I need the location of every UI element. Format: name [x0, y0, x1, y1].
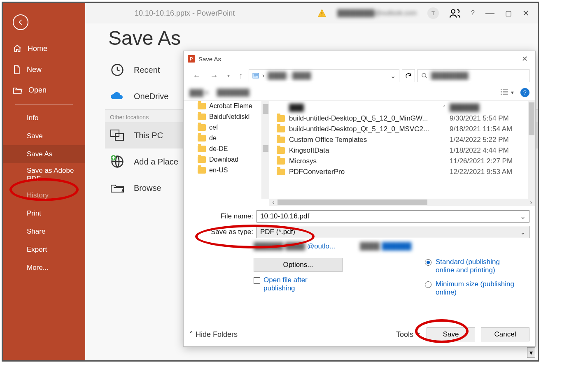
search-icon: [421, 72, 428, 79]
powerpoint-icon: P: [188, 55, 195, 63]
nav-new-label: New: [27, 65, 42, 74]
nav-up-button[interactable]: ↑: [236, 70, 246, 81]
backstage-sidebar: Home New Open Info Save Save As Save as …: [3, 3, 85, 360]
file-scrollbar[interactable]: [528, 101, 535, 199]
tree-item[interactable]: de: [198, 133, 261, 144]
nav-new[interactable]: New: [3, 59, 85, 80]
minimize-button[interactable]: —: [485, 8, 494, 19]
file-name-input[interactable]: 10.10-10.16.pdf ⌄: [257, 210, 529, 223]
nav-open-label: Open: [28, 86, 47, 95]
file-row[interactable]: build-untitled-Desktop_Qt_5_12_0_MinGW..…: [269, 113, 528, 124]
cancel-button[interactable]: Cancel: [481, 327, 529, 341]
clock-icon: [111, 63, 124, 77]
folder-icon: [198, 103, 206, 109]
nav-save[interactable]: Save: [3, 127, 85, 145]
sort-asc-icon: ˄: [443, 105, 445, 111]
chevron-down-icon[interactable]: ⌄: [390, 72, 396, 80]
folder-icon: [198, 135, 206, 141]
folder-icon: [277, 147, 285, 154]
file-row[interactable]: Microsys11/26/2021 2:27 PM: [269, 156, 528, 167]
folder-icon: [198, 114, 206, 120]
nav-back-button[interactable]: ←: [189, 70, 204, 81]
save-button[interactable]: Save: [427, 327, 475, 341]
folder-tree[interactable]: Acrobat ElemeBaiduNetdiskIcefdede-DEDown…: [184, 101, 262, 199]
address-bar[interactable]: › ████ › ████ ⌄: [249, 69, 399, 82]
search-input[interactable]: ████████: [417, 69, 529, 82]
maximize-button[interactable]: ▢: [505, 9, 512, 18]
radio-icon: [425, 281, 431, 288]
open-after-publish-checkbox[interactable]: Open file after publishing: [254, 276, 325, 292]
tree-item[interactable]: de-DE: [198, 144, 261, 154]
dialog-close-button[interactable]: ✕: [518, 53, 531, 64]
organize-menu[interactable]: ███ ▾: [189, 89, 208, 97]
svg-text:P: P: [190, 56, 193, 61]
save-type-dropdown[interactable]: PDF (*.pdf) ⌄: [257, 226, 529, 238]
svg-point-10: [422, 73, 426, 77]
browse-icon: [110, 183, 124, 193]
chevron-down-icon[interactable]: ⌄: [520, 212, 526, 221]
file-hscrollbar[interactable]: ‹›: [269, 199, 535, 206]
nav-export[interactable]: Export: [3, 241, 85, 259]
folder-icon: [277, 137, 285, 143]
chevron-up-icon: ˄: [189, 330, 193, 339]
add-place-icon: [111, 155, 124, 168]
author-link[interactable]: @outlo...: [307, 242, 335, 250]
file-row[interactable]: build-untitled-Desktop_Qt_5_12_0_MSVC2..…: [269, 124, 528, 135]
tree-scrollbar[interactable]: [262, 101, 269, 199]
view-mode-button[interactable]: ▼: [500, 89, 515, 96]
nav-home[interactable]: Home: [3, 38, 85, 59]
chevron-down-icon: ▼: [416, 332, 421, 337]
home-icon: [13, 44, 22, 53]
folder-open-icon: [13, 86, 23, 95]
folder-icon: [198, 124, 206, 131]
options-button[interactable]: Options...: [254, 258, 343, 272]
folder-icon: [277, 115, 285, 122]
nav-history[interactable]: History: [3, 186, 85, 204]
nav-more[interactable]: More...: [3, 259, 85, 277]
close-button[interactable]: ✕: [522, 8, 529, 18]
optimize-minimum-radio[interactable]: Minimum size (publishing online): [425, 280, 518, 297]
nav-print[interactable]: Print: [3, 204, 85, 223]
nav-info[interactable]: Info: [3, 109, 85, 127]
tree-item[interactable]: cef: [198, 122, 261, 133]
avatar[interactable]: T: [427, 7, 439, 19]
svg-point-0: [322, 14, 322, 15]
refresh-button[interactable]: [402, 69, 415, 82]
file-list[interactable]: ███ ˄ ██████ build-untitled-Desktop_Qt_5…: [269, 101, 528, 199]
optimize-standard-radio[interactable]: Standard (publishing online and printing…: [425, 258, 518, 274]
folder-icon: [198, 146, 206, 152]
page-icon: [13, 65, 21, 74]
nav-forward-button[interactable]: →: [207, 70, 222, 81]
account-email[interactable]: ████████@outlook.com: [337, 9, 417, 17]
checkbox-icon: [254, 277, 260, 284]
file-row[interactable]: PDFConverterPro12/22/2021 9:53 AM: [269, 167, 528, 177]
nav-save-as[interactable]: Save As: [3, 145, 85, 163]
hide-folders-toggle[interactable]: ˄ Hide Folders: [189, 330, 238, 339]
tools-menu[interactable]: Tools ▼: [396, 330, 421, 339]
people-icon[interactable]: [450, 8, 460, 19]
dialog-help-button[interactable]: ?: [520, 88, 529, 97]
nav-history-dropdown[interactable]: ▾: [224, 72, 233, 79]
svg-point-1: [451, 9, 455, 13]
back-button[interactable]: [13, 14, 28, 30]
dialog-title-text: Save As: [198, 56, 221, 63]
folder-icon: [198, 156, 206, 163]
tree-item[interactable]: BaiduNetdiskI: [198, 111, 261, 122]
vertical-scrollbar-button[interactable]: ▾: [527, 347, 535, 358]
folder-icon: [277, 169, 285, 175]
tree-item[interactable]: Acrobat Eleme: [198, 101, 261, 111]
file-header-row[interactable]: ███ ˄ ██████: [269, 102, 528, 113]
nav-share[interactable]: Share: [3, 223, 85, 241]
nav-open[interactable]: Open: [3, 80, 85, 100]
tree-item[interactable]: Download: [198, 154, 261, 165]
new-folder-button[interactable]: ███████: [217, 89, 249, 96]
nav-save-adobe-pdf[interactable]: Save as Adobe PDF: [3, 163, 85, 186]
file-row[interactable]: KingsoftData1/18/2022 4:44 PM: [269, 145, 528, 156]
nav-home-label: Home: [28, 44, 47, 53]
help-button[interactable]: ?: [471, 9, 475, 17]
tree-item[interactable]: en-US: [198, 165, 261, 176]
chevron-down-icon[interactable]: ⌄: [520, 228, 526, 237]
file-row[interactable]: Custom Office Templates1/24/2022 5:22 PM: [269, 135, 528, 145]
arrow-left-icon: [16, 18, 25, 26]
this-pc-icon: [110, 130, 124, 141]
